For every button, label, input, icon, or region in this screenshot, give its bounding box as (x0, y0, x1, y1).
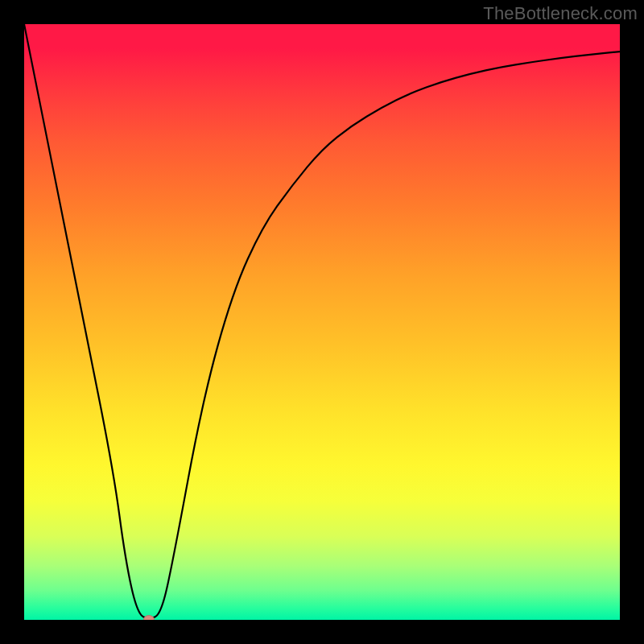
plot-area (24, 24, 620, 620)
bottleneck-curve (24, 24, 620, 618)
optimum-marker (143, 615, 155, 620)
chart-frame: TheBottleneck.com (0, 0, 644, 644)
curve-svg (24, 24, 620, 620)
watermark-text: TheBottleneck.com (483, 3, 638, 24)
